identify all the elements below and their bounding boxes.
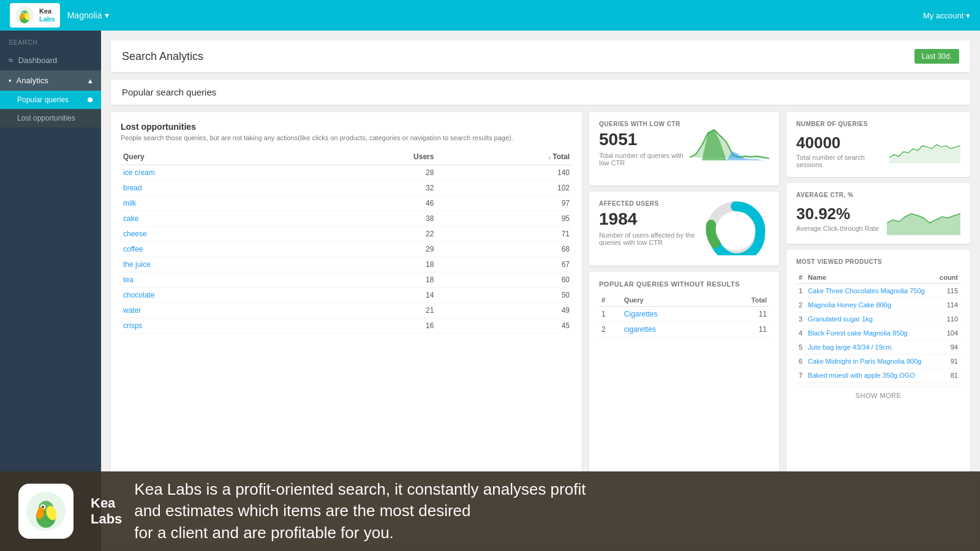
low-ctr-card: QUERIES WITH LOW CTR 5051 Total number o… (589, 112, 779, 186)
analytics-icon: ▪ (9, 76, 12, 85)
col-name: Name (805, 271, 935, 284)
query-link[interactable]: coffee (121, 242, 307, 257)
table-row: crisps 16 45 (121, 318, 572, 334)
nr-col-num: # (599, 294, 622, 307)
num-cell: 3 (796, 312, 805, 326)
product-name-link[interactable]: Cake Three Chocolates Magnolia 750g (805, 284, 935, 298)
query-link[interactable]: bread (121, 181, 307, 196)
product-name-link[interactable]: Baked muesli with apple 350g OGO (805, 369, 935, 383)
users-cell: 32 (307, 181, 436, 196)
query-link[interactable]: cheese (121, 227, 307, 242)
sidebar-item-lost-opportunities[interactable]: Lost opportunities (0, 109, 101, 127)
affected-users-value: 1984 (599, 209, 702, 229)
date-range-button[interactable]: Last 30d. (914, 49, 959, 64)
lost-opp-title: Lost opportunities (121, 122, 572, 132)
chevron-down-icon: ▾ (105, 10, 109, 20)
product-name-link[interactable]: Jute bag large 43/34 / 19cm (805, 340, 935, 354)
bottom-logo (18, 484, 74, 539)
count-cell: 114 (935, 298, 960, 312)
total-cell: 11 (718, 307, 769, 322)
users-cell: 28 (307, 165, 436, 181)
total-cell: 97 (436, 196, 572, 211)
total-cell: 71 (436, 227, 572, 242)
ctr-sparkline (887, 204, 960, 235)
query-link[interactable]: ice cream (121, 165, 307, 181)
query-link[interactable]: chocolate (121, 288, 307, 303)
affected-users-label: AFFECTED USERS (599, 200, 702, 207)
sub-header-card: Popular search queries (111, 80, 970, 105)
low-ctr-desc: Total number of queries with low CTR (599, 152, 690, 167)
active-indicator (88, 97, 92, 102)
table-row: ice cream 28 140 (121, 165, 572, 181)
product-name-link[interactable]: Black Forest cake Magnolia 850g (805, 326, 935, 340)
logo-text: Kea Labs (39, 7, 55, 23)
col-total: ↓ Total (436, 149, 572, 165)
avg-ctr-value: 30.92% (796, 204, 879, 223)
col-users: Users (307, 149, 436, 165)
product-name-link[interactable]: Granulated sugar 1kg (805, 312, 935, 326)
my-account-button[interactable]: My account ▾ (923, 11, 970, 20)
most-viewed-title: MOST VIEWED PRODUCTS (796, 258, 960, 265)
num-cell: 6 (796, 354, 805, 369)
query-link[interactable]: the juice (121, 257, 307, 272)
nr-col-total: Total (718, 294, 769, 307)
count-cell: 110 (935, 312, 960, 326)
sidebar-item-analytics[interactable]: ▪ Analytics ▴ (0, 70, 101, 91)
analytics-label: Analytics (17, 76, 48, 85)
query-link[interactable]: crisps (121, 318, 307, 334)
avg-ctr-card: AVERAGE CTR, % 30.92% Average Click-thro… (786, 183, 970, 244)
total-cell: 49 (436, 303, 572, 318)
low-ctr-chart (690, 121, 769, 165)
num-queries-value: 40000 (796, 133, 889, 152)
table-row: tea 18 60 (121, 272, 572, 288)
sidebar-item-dashboard[interactable]: ≈ Dashboard (0, 50, 101, 70)
num-cell: 4 (796, 326, 805, 340)
num-cell: 1 (599, 307, 622, 322)
product-name-link[interactable]: Magnolia Honey Cake 800g (805, 298, 935, 312)
sidebar-item-label: Dashboard (18, 56, 58, 65)
lost-opp-table: Query Users ↓ Total ice cream 28 140 bre… (121, 149, 572, 334)
total-cell: 11 (718, 322, 769, 337)
no-results-table: # Query Total 1 Cigarettes 11 2 cigarett… (599, 294, 769, 337)
table-row: 1 Cake Three Chocolates Magnolia 750g 11… (796, 284, 960, 298)
magnolia-dropdown-button[interactable]: Magnolia ▾ (67, 10, 109, 20)
bottom-kea-logo (24, 490, 67, 533)
users-cell: 29 (307, 242, 436, 257)
avg-ctr-desc: Average Click-through Rate (796, 225, 879, 232)
query-link[interactable]: Cigarettes (622, 307, 718, 322)
table-row: 5 Jute bag large 43/34 / 19cm 94 (796, 340, 960, 354)
count-cell: 91 (935, 354, 960, 369)
users-cell: 38 (307, 211, 436, 227)
avg-ctr-title: AVERAGE CTR, % (796, 192, 960, 198)
table-row: 6 Cake Midnight in Paris Magnolia 900g 9… (796, 354, 960, 369)
bottom-logo-box (18, 484, 74, 539)
kea-logo-icon (15, 6, 34, 25)
query-link[interactable]: cigarettes (622, 322, 718, 337)
sidebar-item-popular-queries[interactable]: Popular queries (0, 91, 101, 109)
query-link[interactable]: tea (121, 272, 307, 288)
product-name-link[interactable]: Cake Midnight in Paris Magnolia 900g (805, 354, 935, 369)
users-cell: 14 (307, 288, 436, 303)
users-cell: 46 (307, 196, 436, 211)
search-analytics-header: Search Analytics Last 30d. (111, 40, 970, 72)
sub-header-title: Popular search queries (122, 87, 959, 97)
table-row: 3 Granulated sugar 1kg 110 (796, 312, 960, 326)
lost-opp-subtitle: People search those queries, but are not… (121, 134, 572, 141)
users-cell: 22 (307, 227, 436, 242)
magnolia-label: Magnolia (67, 10, 102, 20)
count-cell: 81 (935, 369, 960, 383)
table-row: 1 Cigarettes 11 (599, 307, 769, 322)
page-title: Search Analytics (122, 50, 203, 63)
total-cell: 67 (436, 257, 572, 272)
query-link[interactable]: cake (121, 211, 307, 227)
query-link[interactable]: water (121, 303, 307, 318)
query-link[interactable]: milk (121, 196, 307, 211)
dashboard-icon: ≈ (9, 55, 13, 65)
affected-users-desc: Number of users affected by the queries … (599, 231, 702, 246)
show-more-button[interactable]: SHOW MORE (796, 386, 960, 404)
num-cell: 7 (796, 369, 805, 383)
total-cell: 95 (436, 211, 572, 227)
donut-chart (702, 200, 769, 257)
num-cell: 5 (796, 340, 805, 354)
total-cell: 45 (436, 318, 572, 334)
